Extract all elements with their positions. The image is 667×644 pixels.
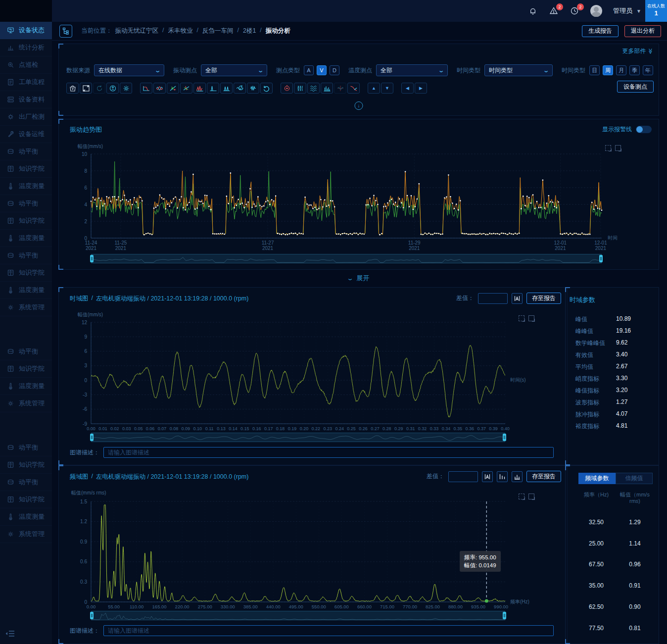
history-clock-icon[interactable]: 2 [570, 6, 579, 16]
datazoom-right-handle[interactable] [503, 612, 506, 619]
time-range-chip-季[interactable]: 季 [629, 65, 640, 75]
polar-icon[interactable] [281, 83, 293, 94]
sidebar-item-book[interactable]: 知识学院 [0, 456, 52, 474]
fit-icon[interactable] [80, 83, 92, 94]
save-to-report-button[interactable]: 存至报告 [526, 293, 561, 304]
sidebar-item-balance[interactable]: 动平衡 [0, 474, 52, 491]
notification-bell-icon[interactable] [528, 6, 538, 16]
datazoom-left-handle[interactable] [90, 612, 94, 619]
wave-rotate-icon[interactable] [234, 83, 246, 94]
sidebar-item-thermo[interactable]: 温度测量 [0, 230, 52, 247]
sidebar-item-balance[interactable]: 动平衡 [0, 439, 52, 456]
sidebar-collapse-icon[interactable] [5, 629, 16, 638]
tab-harmonics[interactable]: 倍频值 [616, 473, 653, 484]
sidebar-item-thermo[interactable]: 温度测量 [0, 282, 52, 299]
breadcrumb-item[interactable]: 反刍一车间 [202, 27, 234, 35]
bars-icon[interactable] [321, 83, 333, 94]
alarm-line-toggle[interactable] [636, 126, 652, 133]
zoom-reset-icon[interactable] [528, 494, 534, 499]
sidebar-item-balance[interactable]: 动平衡 [0, 247, 52, 264]
zoom-select-icon[interactable] [519, 315, 524, 321]
datazoom-left-handle[interactable] [90, 434, 94, 441]
down-icon[interactable]: ▼ [381, 83, 393, 94]
sidebar-item-thermo[interactable]: 温度测量 [0, 178, 52, 195]
device-point-button[interactable]: 设备测点 [617, 81, 654, 93]
point-type-chip-V[interactable]: V [317, 65, 327, 75]
slope-icon[interactable] [347, 83, 360, 94]
sidebar-item-gear[interactable]: 系统管理 [0, 526, 52, 543]
prev-icon[interactable]: ◀ [401, 83, 414, 94]
sidebar-item-book[interactable]: 知识学院 [0, 160, 52, 178]
sidebar-item-book[interactable]: 知识学院 [0, 491, 52, 508]
breadcrumb-item[interactable]: 振动分析 [266, 27, 290, 35]
refresh-icon[interactable] [93, 83, 105, 94]
sidebar-item-gear[interactable]: 系统管理 [0, 395, 52, 412]
sidebar-item-workorder[interactable]: 工单流程 [0, 74, 52, 91]
sidebar-item-thermo[interactable]: 温度测量 [0, 508, 52, 526]
peak1-icon[interactable] [207, 83, 219, 94]
generate-report-button[interactable]: 生成报告 [582, 25, 619, 37]
scatter2-icon[interactable] [180, 83, 192, 94]
panel-collapse-icon[interactable]: ↓ [355, 101, 363, 110]
trend-datazoom-slider[interactable] [91, 254, 602, 263]
settings-icon[interactable] [120, 83, 132, 94]
tab-freq-params[interactable]: 频域参数 [578, 473, 616, 484]
alarm-warning-icon[interactable]: 2 [549, 6, 559, 16]
diff-input[interactable] [478, 293, 508, 304]
zoom-reset-icon[interactable] [528, 315, 534, 321]
peaks-red-icon[interactable] [193, 83, 206, 94]
time-datazoom-slider[interactable] [91, 433, 505, 442]
abs-value-icon[interactable] [482, 471, 493, 482]
datazoom-left-handle[interactable] [90, 255, 94, 262]
save-to-report-button[interactable]: 存至报告 [526, 471, 561, 482]
datazoom-right-handle[interactable] [599, 255, 603, 262]
up-icon[interactable]: ▲ [368, 83, 380, 94]
exit-analysis-button[interactable]: 退出分析 [624, 25, 661, 37]
pulse-icon[interactable] [247, 83, 259, 94]
sidebar-item-thermo[interactable]: 温度测量 [0, 378, 52, 395]
user-avatar[interactable] [590, 5, 602, 17]
spectrum-desc-input[interactable] [103, 447, 554, 458]
waterfall-icon[interactable] [307, 83, 320, 94]
online-users-box[interactable]: 在线人数 1 [645, 0, 667, 22]
sidebar-item-book[interactable]: 知识学院 [0, 212, 52, 230]
sideband-cursor-icon[interactable] [512, 471, 523, 482]
collect-icon[interactable] [66, 83, 79, 94]
cross-dim-icon[interactable] [334, 83, 346, 94]
datazoom-right-handle[interactable] [503, 434, 506, 441]
spectrum-desc-input[interactable] [103, 625, 554, 636]
sidebar-item-stats[interactable]: 统计分析 [0, 39, 52, 56]
scatter-icon[interactable] [167, 83, 179, 94]
envelope-icon[interactable] [153, 83, 166, 94]
time-range-chip-年[interactable]: 年 [643, 65, 653, 75]
breadcrumb-item[interactable]: 振动无忧辽宁区 [115, 27, 159, 35]
trend-icon[interactable] [140, 83, 152, 94]
sidebar-item-balance[interactable]: 动平衡 [0, 343, 52, 360]
zoom-select-icon[interactable] [519, 494, 524, 499]
sidebar-item-wrench[interactable]: 设备运维 [0, 126, 52, 143]
freq-datazoom-slider[interactable] [91, 611, 505, 620]
sidebar-item-gear[interactable]: 系统管理 [0, 299, 52, 316]
temp-point-select[interactable]: 全部⌄ [376, 64, 448, 76]
harmonic-cursor-icon[interactable] [497, 471, 508, 482]
time-range-chip-周[interactable]: 周 [603, 65, 613, 75]
zoom-select-icon[interactable] [605, 145, 611, 151]
data-source-select[interactable]: 在线数据⌄ [94, 64, 164, 76]
vibration-point-select[interactable]: 全部⌄ [201, 64, 267, 76]
sidebar-item-balance[interactable]: 动平衡 [0, 143, 52, 160]
abs-value-icon[interactable] [512, 293, 523, 304]
breadcrumb-item[interactable]: 2楼1 [243, 27, 256, 35]
more-widgets-link[interactable]: 更多部件 ≫ [622, 47, 654, 55]
sidebar-item-balance[interactable]: 动平衡 [0, 195, 52, 212]
point-type-chip-A[interactable]: A [304, 65, 314, 75]
zoom-reset-icon[interactable] [615, 145, 621, 151]
next-icon[interactable]: ▶ [415, 83, 427, 94]
undo-icon[interactable] [260, 83, 273, 94]
time-range-chip-月[interactable]: 月 [616, 65, 626, 75]
sidebar-item-factory[interactable]: 出厂检测 [0, 108, 52, 126]
device-tree-icon[interactable] [59, 25, 72, 38]
user-menu-caret-icon[interactable]: ▼ [636, 8, 641, 14]
peak2-icon[interactable] [220, 83, 233, 94]
sidebar-item-docs[interactable]: 设备资料 [0, 91, 52, 108]
sidebar-item-book[interactable]: 知识学院 [0, 360, 52, 378]
